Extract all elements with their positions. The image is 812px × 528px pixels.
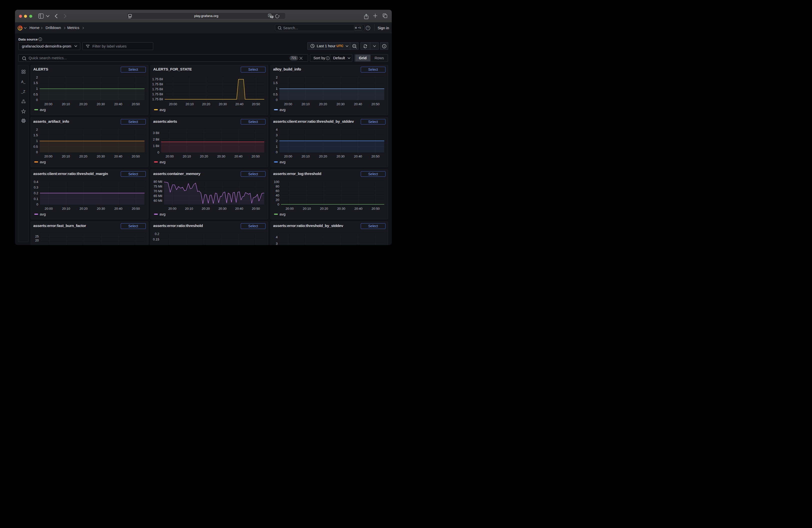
svg-text:20:00: 20:00 — [168, 207, 176, 210]
svg-text:20:00: 20:00 — [284, 102, 292, 106]
svg-text:20:20: 20:20 — [200, 155, 208, 158]
svg-text:avg: avg — [40, 107, 46, 112]
svg-text:80 Mil: 80 Mil — [154, 180, 162, 184]
svg-text:20:30: 20:30 — [337, 207, 346, 210]
svg-text:20:50: 20:50 — [131, 207, 140, 210]
svg-text:20:20: 20:20 — [202, 102, 211, 106]
svg-text:20:20: 20:20 — [319, 102, 327, 106]
svg-text:20:40: 20:40 — [354, 155, 362, 158]
svg-text:20:00: 20:00 — [286, 207, 294, 210]
svg-text:1.5: 1.5 — [33, 81, 38, 85]
svg-text:1: 1 — [36, 87, 38, 90]
svg-text:avg: avg — [40, 212, 46, 216]
svg-text:1.75 Bil: 1.75 Bil — [152, 97, 163, 101]
svg-text:2 Bil: 2 Bil — [153, 137, 159, 141]
svg-text:1: 1 — [276, 87, 277, 90]
svg-text:1.75 Bil: 1.75 Bil — [152, 82, 163, 86]
svg-text:3: 3 — [276, 133, 277, 137]
svg-text:20:30: 20:30 — [97, 207, 105, 210]
svg-text:2: 2 — [276, 75, 277, 79]
svg-text:20:00: 20:00 — [169, 102, 177, 106]
svg-text:70 Mil: 70 Mil — [154, 189, 162, 193]
svg-text:20:20: 20:20 — [79, 207, 87, 210]
svg-text:1: 1 — [36, 139, 38, 143]
svg-text:0: 0 — [158, 150, 159, 154]
svg-text:20:10: 20:10 — [303, 207, 311, 210]
svg-text:20:50: 20:50 — [372, 102, 380, 106]
svg-text:avg: avg — [160, 160, 165, 164]
svg-text:20:20: 20:20 — [79, 102, 87, 106]
svg-text:avg: avg — [160, 107, 165, 112]
svg-text:20:30: 20:30 — [218, 207, 227, 210]
svg-text:20:20: 20:20 — [202, 207, 210, 210]
svg-text:20:50: 20:50 — [131, 155, 140, 158]
svg-text:20:50: 20:50 — [252, 102, 260, 106]
svg-text:20:30: 20:30 — [97, 102, 105, 106]
svg-text:20:20: 20:20 — [319, 155, 327, 158]
svg-text:0: 0 — [36, 98, 38, 102]
svg-text:0.2: 0.2 — [33, 191, 38, 195]
svg-text:60 Mil: 60 Mil — [154, 199, 162, 203]
svg-text:1: 1 — [276, 145, 277, 148]
svg-text:20:30: 20:30 — [97, 155, 105, 158]
svg-text:20:40: 20:40 — [235, 207, 244, 210]
svg-text:20:40: 20:40 — [114, 102, 122, 106]
svg-text:20:10: 20:10 — [183, 155, 191, 158]
svg-text:20:40: 20:40 — [114, 155, 122, 158]
svg-text:1.5: 1.5 — [33, 133, 38, 137]
svg-text:20:10: 20:10 — [62, 207, 70, 210]
svg-text:1.75 Bil: 1.75 Bil — [152, 77, 163, 81]
svg-text:0: 0 — [276, 150, 277, 154]
svg-text:20:50: 20:50 — [372, 207, 380, 210]
svg-text:4: 4 — [276, 235, 277, 239]
svg-text:20:50: 20:50 — [252, 155, 260, 158]
svg-text:20:40: 20:40 — [354, 207, 363, 210]
svg-text:80: 80 — [276, 184, 279, 188]
svg-text:avg: avg — [160, 212, 165, 216]
svg-text:20:50: 20:50 — [131, 102, 140, 106]
svg-text:20:10: 20:10 — [302, 102, 310, 106]
svg-text:0.3: 0.3 — [33, 186, 38, 189]
svg-text:0.2: 0.2 — [155, 232, 159, 236]
svg-text:20:10: 20:10 — [302, 155, 310, 158]
svg-text:20:40: 20:40 — [234, 155, 243, 158]
svg-text:avg: avg — [40, 160, 46, 164]
svg-text:20:20: 20:20 — [320, 207, 328, 210]
svg-text:75 Mil: 75 Mil — [154, 185, 162, 188]
svg-text:20:10: 20:10 — [62, 102, 70, 106]
svg-text:20:10: 20:10 — [186, 102, 194, 106]
svg-text:0.15: 0.15 — [153, 237, 159, 241]
svg-text:0: 0 — [36, 203, 38, 206]
svg-text:20:00: 20:00 — [44, 102, 53, 106]
svg-text:20:00: 20:00 — [44, 155, 53, 158]
svg-text:1.75 Bil: 1.75 Bil — [152, 87, 163, 91]
svg-text:1.5: 1.5 — [273, 81, 277, 85]
svg-text:2: 2 — [36, 128, 38, 131]
svg-text:20:30: 20:30 — [217, 155, 226, 158]
svg-text:100: 100 — [274, 180, 279, 184]
svg-text:0: 0 — [276, 98, 277, 102]
svg-text:0.5: 0.5 — [273, 92, 277, 96]
svg-text:20:10: 20:10 — [185, 207, 193, 210]
svg-text:2: 2 — [276, 139, 277, 143]
svg-text:25: 25 — [35, 235, 39, 238]
svg-text:0.5: 0.5 — [33, 145, 38, 148]
svg-text:20:40: 20:40 — [235, 102, 244, 106]
svg-text:1 Bil: 1 Bil — [153, 144, 159, 147]
svg-text:20:30: 20:30 — [336, 155, 345, 158]
svg-text:20: 20 — [276, 198, 279, 202]
svg-text:20:50: 20:50 — [372, 155, 380, 158]
svg-text:60: 60 — [276, 189, 279, 192]
svg-text:0.5: 0.5 — [33, 92, 38, 96]
svg-text:0.1: 0.1 — [33, 197, 38, 201]
svg-text:20:00: 20:00 — [44, 207, 53, 210]
svg-text:20:20: 20:20 — [79, 155, 87, 158]
svg-text:avg: avg — [279, 160, 286, 164]
svg-text:1.75 Bil: 1.75 Bil — [152, 92, 163, 96]
svg-text:40: 40 — [276, 193, 279, 197]
svg-text:20:00: 20:00 — [284, 155, 292, 158]
svg-text:?: ? — [367, 26, 369, 29]
svg-text:avg: avg — [279, 107, 286, 112]
svg-text:4: 4 — [276, 128, 277, 131]
svg-text:65 Mil: 65 Mil — [154, 194, 162, 198]
